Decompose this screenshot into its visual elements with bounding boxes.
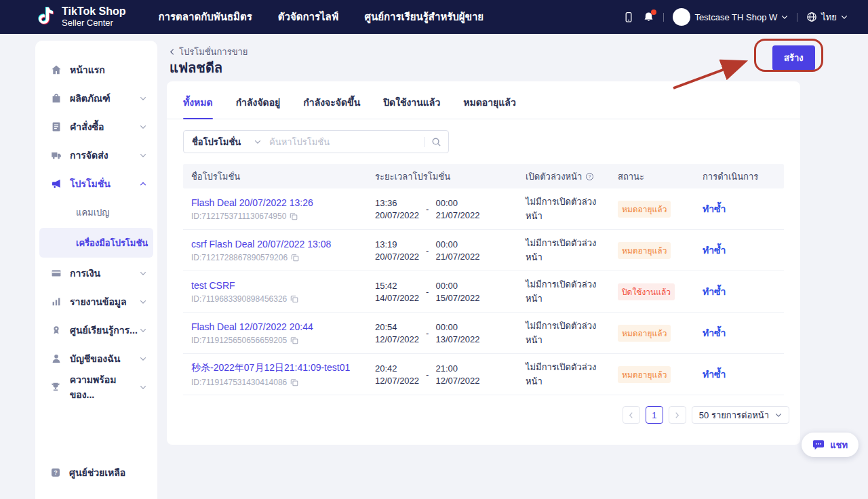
sidebar-item-promotions[interactable]: โปรโมชั่น bbox=[35, 169, 157, 198]
promotion-id: ID:7121728867890579206 bbox=[191, 253, 288, 262]
chevron-down-icon bbox=[140, 328, 146, 333]
chat-label: แชท bbox=[830, 438, 848, 452]
duplicate-link[interactable]: ทำซ้ำ bbox=[703, 245, 726, 256]
status-badge: หมดอายุแล้ว bbox=[618, 366, 671, 383]
chevron-down-icon bbox=[841, 15, 848, 20]
sidebar-item-label: รายงานข้อมูล bbox=[70, 294, 127, 309]
search-icon[interactable] bbox=[425, 137, 448, 147]
chevron-down-icon bbox=[775, 413, 782, 418]
svg-text:?: ? bbox=[54, 469, 57, 476]
nav-item-affiliate-marketing[interactable]: การตลาดกับพันธมิตร bbox=[159, 9, 252, 25]
page-number[interactable]: 1 bbox=[646, 406, 663, 424]
account-name: Testcase TH Shop W bbox=[694, 12, 777, 22]
page-size-dropdown[interactable]: 50 รายการต่อหน้า bbox=[692, 406, 789, 424]
start-time: 13:19 bbox=[375, 239, 419, 250]
promotion-name-link[interactable]: test CSRF bbox=[191, 280, 375, 291]
end-date: 21/07/2022 bbox=[435, 252, 479, 262]
sidebar-item-data-reports[interactable]: รายงานข้อมูล bbox=[35, 287, 157, 316]
sidebar-item-home[interactable]: หน้าแรก bbox=[35, 56, 157, 84]
duplicate-link[interactable]: ทำซ้ำ bbox=[703, 203, 726, 214]
copy-icon[interactable] bbox=[290, 378, 298, 386]
table-row: 秒杀-2022年07月12日21:41:09-test01 ID:7119147… bbox=[183, 354, 784, 395]
header-actions: การดำเนินการ bbox=[703, 169, 784, 184]
nav-item-live-manager[interactable]: ตัวจัดการไลฟ์ bbox=[278, 9, 339, 25]
sidebar-item-label: ผลิตภัณฑ์ bbox=[70, 91, 111, 106]
flash-deal-panel: ทั้งหมด กำลังจัดอยู่ กำลังจะจัดขึ้น ปิดใ… bbox=[167, 81, 800, 445]
language-selector[interactable]: ไทย bbox=[806, 10, 848, 24]
period-separator: - bbox=[426, 204, 429, 214]
sidebar-item-shipping[interactable]: การจัดส่ง bbox=[35, 141, 157, 169]
duplicate-link[interactable]: ทำซ้ำ bbox=[703, 286, 726, 297]
sidebar-item-label: การจัดส่ง bbox=[70, 148, 108, 163]
sidebar-item-shop-readiness[interactable]: ความพร้อมของ... bbox=[35, 373, 157, 401]
sidebar-item-learning-center[interactable]: ศูนย์เรียนรู้การ... bbox=[35, 316, 157, 344]
avatar bbox=[673, 8, 690, 26]
tab-all[interactable]: ทั้งหมด bbox=[183, 95, 213, 119]
start-time: 20:42 bbox=[375, 363, 419, 374]
notification-bell-icon[interactable] bbox=[643, 12, 654, 23]
sidebar-item-label: ความพร้อมของ... bbox=[70, 372, 140, 402]
mobile-icon[interactable] bbox=[623, 12, 634, 23]
globe-icon bbox=[806, 12, 817, 22]
table-row: Flash Deal 12/07/2022 20:44 ID:711912565… bbox=[183, 313, 784, 354]
status-badge: หมดอายุแล้ว bbox=[618, 242, 671, 259]
end-time: 00:00 bbox=[435, 322, 479, 332]
sidebar-subitem-label: แคมเปญ bbox=[76, 205, 109, 220]
promotion-search-bar: ชื่อโปรโมชั่น bbox=[183, 130, 449, 153]
prelaunch-cell: ไม่มีการเปิดตัวล่วงหน้า bbox=[526, 236, 618, 264]
sidebar-item-help-center[interactable]: ? ศูนย์ช่วยเหลือ bbox=[50, 465, 125, 480]
promotion-name-link[interactable]: csrf Flash Deal 20/07/2022 13:08 bbox=[191, 239, 375, 250]
search-filter-label: ชื่อโปรโมชั่น bbox=[192, 135, 241, 149]
start-date: 14/07/2022 bbox=[375, 293, 419, 303]
prev-page-button[interactable] bbox=[623, 406, 640, 424]
header-promotion-name: ชื่อโปรโมชั่น bbox=[183, 169, 375, 184]
promotion-id: ID:7119125650656659205 bbox=[191, 336, 287, 345]
sidebar-item-label: การเงิน bbox=[70, 266, 100, 281]
tiktok-shop-logo[interactable]: TikTok Shop Seller Center bbox=[35, 5, 126, 28]
sidebar-item-label: หน้าแรก bbox=[70, 62, 105, 77]
search-filter-dropdown[interactable]: ชื่อโปรโมชั่น bbox=[184, 135, 269, 149]
tab-ongoing[interactable]: กำลังจัดอยู่ bbox=[236, 95, 281, 119]
promotion-name-link[interactable]: 秒杀-2022年07月12日21:41:09-test01 bbox=[191, 362, 375, 374]
copy-icon[interactable] bbox=[290, 336, 298, 344]
next-page-button[interactable] bbox=[669, 406, 686, 424]
chevron-down-icon bbox=[254, 140, 261, 144]
tab-deactivated[interactable]: ปิดใช้งานแล้ว bbox=[383, 95, 440, 119]
sidebar-item-orders[interactable]: คำสั่งซื้อ bbox=[35, 113, 157, 141]
account-icon bbox=[50, 353, 62, 364]
copy-icon[interactable] bbox=[291, 254, 299, 262]
search-input[interactable] bbox=[269, 137, 424, 147]
page-size-label: 50 รายการต่อหน้า bbox=[699, 408, 769, 422]
copy-icon[interactable] bbox=[290, 212, 298, 220]
sidebar-subitem-campaign[interactable]: แคมเปญ bbox=[35, 198, 157, 226]
question-circle-icon[interactable]: ? bbox=[585, 172, 594, 181]
chat-button[interactable]: แชท bbox=[802, 433, 859, 457]
header-prelaunch: เปิดตัวล่วงหน้า ? bbox=[526, 169, 618, 184]
sidebar-item-label: โปรโมชั่น bbox=[70, 176, 111, 191]
account-menu[interactable]: Testcase TH Shop W bbox=[673, 8, 788, 26]
sidebar-item-finance[interactable]: การเงิน bbox=[35, 259, 157, 287]
create-button[interactable]: สร้าง bbox=[772, 45, 815, 71]
sidebar-subitem-label: เครื่องมือโปรโมชัน bbox=[76, 236, 148, 250]
status-tabs: ทั้งหมด กำลังจัดอยู่ กำลังจะจัดขึ้น ปิดใ… bbox=[167, 81, 800, 119]
status-badge: หมดอายุแล้ว bbox=[618, 201, 671, 218]
data-icon bbox=[50, 296, 62, 307]
chevron-up-icon bbox=[140, 182, 146, 186]
table-header-row: ชื่อโปรโมชั่น ระยะเวลาโปรโมชั่น เปิดตัวล… bbox=[183, 164, 784, 188]
sidebar-subitem-promotion-tools[interactable]: เครื่องมือโปรโมชัน bbox=[39, 228, 153, 258]
copy-icon[interactable] bbox=[290, 295, 298, 303]
promotion-name-link[interactable]: Flash Deal 12/07/2022 20:44 bbox=[191, 321, 375, 332]
start-time: 20:54 bbox=[375, 322, 419, 332]
sidebar-item-products[interactable]: ผลิตภัณฑ์ bbox=[35, 84, 157, 113]
promotion-name-link[interactable]: Flash Deal 20/07/2022 13:26 bbox=[191, 197, 375, 208]
duplicate-link[interactable]: ทำซ้ำ bbox=[703, 327, 726, 338]
prelaunch-cell: ไม่มีการเปิดตัวล่วงหน้า bbox=[526, 360, 618, 388]
nav-item-seller-learning-center[interactable]: ศูนย์การเรียนรู้สำหรับผู้ขาย bbox=[364, 9, 484, 25]
tab-upcoming[interactable]: กำลังจะจัดขึ้น bbox=[303, 95, 360, 119]
divider bbox=[663, 13, 664, 22]
tab-expired[interactable]: หมดอายุแล้ว bbox=[463, 95, 516, 119]
end-time: 21:00 bbox=[435, 363, 479, 374]
sidebar-item-label: บัญชีของฉัน bbox=[70, 351, 120, 366]
sidebar-item-my-account[interactable]: บัญชีของฉัน bbox=[35, 344, 157, 373]
duplicate-link[interactable]: ทำซ้ำ bbox=[703, 369, 726, 380]
